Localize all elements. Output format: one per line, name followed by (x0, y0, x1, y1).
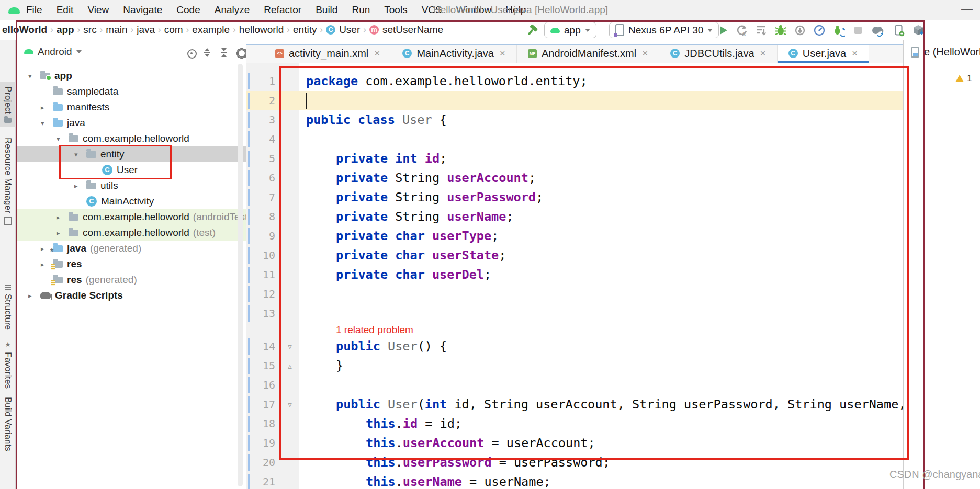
tree-item-mainactivity[interactable]: CMainActivity (16, 194, 246, 209)
code-line-11[interactable]: 11private char userDel; (246, 265, 903, 285)
module-selector[interactable]: app (544, 22, 596, 38)
menu-edit[interactable]: Edit (57, 4, 74, 16)
menu-code[interactable]: Code (176, 4, 200, 16)
menu-view[interactable]: View (87, 4, 109, 16)
code-line-6[interactable]: 6private String userAccount; (246, 168, 903, 188)
code-line-13[interactable]: 13 (246, 304, 903, 323)
tree-chevron-icon[interactable]: ▾ (55, 135, 69, 143)
code-line-7[interactable]: 7private String userPassword; (246, 188, 903, 207)
fold-marker-icon[interactable]: ▵ (285, 356, 295, 376)
tool-window-button-resource-manager[interactable]: Resource Manager (0, 138, 16, 225)
code-line-19[interactable]: 19this.userAccount = userAccount; (246, 434, 903, 453)
apply-code-changes-button[interactable] (753, 23, 769, 38)
code-line-14[interactable]: 14▿public User() { (246, 337, 903, 356)
device-manager-button[interactable] (891, 23, 907, 38)
menu-file[interactable]: File (26, 4, 42, 16)
project-view-selector[interactable]: Android (24, 44, 82, 60)
tree-item-com-example-helloworld[interactable]: ▸com.example.helloworld(test) (16, 225, 246, 241)
breadcrumb-item-com[interactable]: com (164, 24, 183, 36)
code-line-1[interactable]: 1package com.example.helloworld.entity; (246, 72, 903, 91)
editor-tab-androidmanifest-xml[interactable]: MFAndroidManifest.xml× (517, 44, 659, 63)
tree-item-entity[interactable]: ▾entity (16, 146, 246, 162)
breadcrumb-item-user[interactable]: CUser (326, 24, 360, 36)
menu-tools[interactable]: Tools (384, 4, 407, 16)
code-line-4[interactable]: 4 (246, 130, 903, 149)
tool-window-button-project[interactable]: Project (0, 82, 16, 127)
profile-restart-button[interactable] (831, 23, 847, 38)
breadcrumb-item-helloworld[interactable]: helloworld (239, 24, 284, 36)
tree-item-manifests[interactable]: ▸manifests (16, 99, 246, 115)
code-line-16[interactable]: 16 (246, 376, 903, 395)
stop-button[interactable] (850, 23, 866, 38)
code-line-5[interactable]: 5private int id; (246, 149, 903, 168)
breadcrumb-item-setusername[interactable]: msetUserName (369, 24, 443, 36)
tool-window-button-favorites[interactable]: ★Favorites (0, 340, 16, 389)
device-selector[interactable]: Nexus 6P API 30 (609, 22, 719, 38)
tree-chevron-icon[interactable]: ▸ (55, 213, 69, 221)
tool-window-button-build-variants[interactable]: Build Variants (0, 397, 16, 451)
tree-item-sampledata[interactable]: sampledata (16, 84, 246, 99)
tool-window-button-structure[interactable]: Structure (0, 285, 16, 330)
tree-chevron-icon[interactable]: ▸ (40, 104, 53, 111)
gear-icon[interactable] (238, 49, 246, 58)
code-line-20[interactable]: 20this.userPassword = userPassword; (246, 453, 903, 472)
sdk-manager-button[interactable] (911, 23, 927, 38)
collapse-all-icon[interactable] (221, 48, 227, 57)
code-line-9[interactable]: 9private char userType; (246, 226, 903, 246)
overflow-editor-tab[interactable]: e (HelloWorl (911, 46, 980, 58)
run-button[interactable] (715, 23, 731, 38)
tree-chevron-icon[interactable]: ▾ (40, 119, 53, 127)
tree-item-gradle-scripts[interactable]: ▸Gradle Scripts (16, 288, 246, 303)
menu-build[interactable]: Build (316, 4, 337, 16)
editor-tab-jdbcutils-java[interactable]: CJDBCUtils.java× (659, 44, 777, 63)
breadcrumb-item-elloworld[interactable]: elloWorld (2, 24, 47, 36)
tree-item-user[interactable]: CUser (16, 162, 246, 178)
tree-item-java[interactable]: ▾java (16, 115, 246, 131)
breadcrumb-item-src[interactable]: src (83, 24, 96, 36)
tree-chevron-icon[interactable]: ▾ (73, 151, 86, 158)
breadcrumb-item-java[interactable]: java (137, 24, 155, 36)
project-scrollbar[interactable] (238, 64, 243, 486)
breadcrumb-item-example[interactable]: example (192, 24, 230, 36)
related-problem-inlay[interactable]: 1 related problem (336, 323, 413, 337)
code-editor[interactable]: 1package com.example.helloworld.entity;2… (246, 63, 903, 489)
locate-file-icon[interactable] (187, 49, 197, 59)
editor-tab-activity-main-xml[interactable]: <>activity_main.xml× (264, 44, 391, 63)
close-icon[interactable]: × (852, 48, 858, 59)
close-icon[interactable]: × (642, 48, 648, 59)
tree-chevron-icon[interactable]: ▾ (27, 72, 40, 80)
tree-item-com-example-helloworld[interactable]: ▸com.example.helloworld(androidTest) (16, 209, 246, 225)
editor-tab-user-java[interactable]: CUser.java× (778, 44, 869, 63)
profile-button[interactable] (812, 23, 827, 38)
tree-item-java[interactable]: ▸java(generated) (16, 241, 246, 256)
menu-navigate[interactable]: Navigate (123, 4, 162, 16)
attach-debugger-button[interactable] (792, 23, 808, 38)
expand-all-icon[interactable] (204, 48, 210, 57)
menu-refactor[interactable]: Refactor (264, 4, 301, 16)
tree-item-com-example-helloworld[interactable]: ▾com.example.helloworld (16, 131, 246, 146)
code-line-17[interactable]: 17▿public User(int id, String userAccoun… (246, 395, 903, 414)
code-line-21[interactable]: 21this.userName = userName; (246, 472, 903, 489)
apply-changes-button[interactable]: A (734, 23, 750, 38)
code-line-15[interactable]: 15▵} (246, 356, 903, 376)
breadcrumb-item-main[interactable]: main (106, 24, 127, 36)
code-line-12[interactable]: 12 (246, 285, 903, 304)
menu-analyze[interactable]: Analyze (215, 4, 250, 16)
tree-chevron-icon[interactable]: ▸ (55, 229, 69, 237)
breadcrumb-item-app[interactable]: app (57, 24, 74, 36)
editor-tab-mainactivity-java[interactable]: CMainActivity.java× (391, 44, 517, 63)
fold-marker-icon[interactable]: ▿ (285, 337, 295, 356)
sync-gradle-button[interactable] (870, 23, 885, 38)
code-line-2[interactable]: 2 (246, 91, 903, 110)
fold-marker-icon[interactable]: ▿ (285, 395, 295, 414)
build-hammer-button[interactable] (524, 23, 540, 38)
debug-button[interactable] (773, 23, 788, 38)
minimize-button[interactable]: — (958, 1, 976, 18)
tree-item-res[interactable]: ▸res (16, 256, 246, 272)
tree-item-utils[interactable]: ▸utils (16, 178, 246, 194)
close-icon[interactable]: × (374, 48, 380, 59)
code-line-18[interactable]: 18this.id = id; (246, 414, 903, 434)
breadcrumb-item-entity[interactable]: entity (293, 24, 317, 36)
inspection-warning-widget[interactable]: 1 (955, 73, 972, 84)
tree-chevron-icon[interactable]: ▸ (27, 292, 40, 300)
